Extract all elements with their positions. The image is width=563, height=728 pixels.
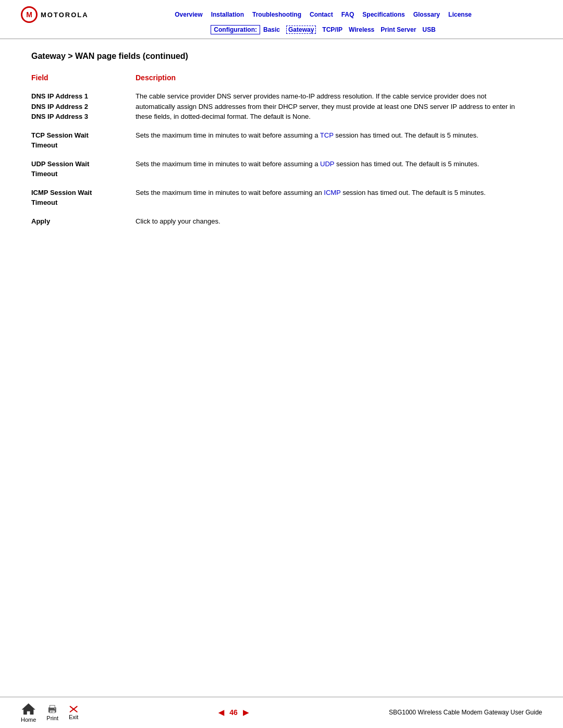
field-udp: UDP Session Wait Timeout	[31, 154, 136, 182]
logo-text: MOTOROLA	[41, 11, 89, 19]
exit-icon	[69, 705, 78, 713]
sub-nav: Configuration: Basic Gateway TCP/IP Wire…	[21, 25, 542, 34]
subnav-printserver[interactable]: Print Server	[381, 26, 416, 33]
table-row: ICMP Session Wait Timeout Sets the maxim…	[31, 182, 532, 211]
desc-dns: The cable service provider DNS server pr…	[136, 86, 532, 125]
subnav-tcpip[interactable]: TCP/IP	[322, 26, 342, 33]
svg-marker-0	[22, 704, 35, 714]
sub-nav-links: Basic Gateway TCP/IP Wireless Print Serv…	[263, 26, 436, 34]
prev-page-button[interactable]: ◀	[218, 708, 224, 717]
exit-button[interactable]: Exit	[69, 705, 78, 721]
nav-contact[interactable]: Contact	[310, 11, 333, 18]
motorola-icon: M	[21, 6, 38, 23]
field-table: Field Description DNS IP Address 1 DNS I…	[31, 71, 532, 229]
main-content: Gateway > WAN page fields (continued) Fi…	[0, 39, 563, 250]
print-label: Print	[46, 715, 58, 721]
nav-installation[interactable]: Installation	[211, 11, 244, 18]
subnav-usb[interactable]: USB	[422, 26, 435, 33]
subnav-gateway[interactable]: Gateway	[286, 26, 316, 34]
svg-rect-5	[51, 712, 53, 712]
desc-tcp: Sets the maximum time in minutes to wait…	[136, 125, 532, 154]
page-title: Gateway > WAN page fields (continued)	[31, 52, 532, 61]
page-number: 46	[229, 708, 238, 717]
nav-faq[interactable]: FAQ	[341, 11, 354, 18]
svg-rect-4	[51, 711, 54, 711]
field-icmp: ICMP Session Wait Timeout	[31, 182, 136, 211]
nav-glossary[interactable]: Glossary	[413, 11, 440, 18]
table-row: UDP Session Wait Timeout Sets the maximu…	[31, 154, 532, 182]
footer: Home Print Exit ◀ 46 ▶ SBG10	[0, 697, 563, 728]
desc-udp: Sets the maximum time in minutes to wait…	[136, 154, 532, 182]
nav-license[interactable]: License	[448, 11, 472, 18]
footer-guide-title: SBG1000 Wireless Cable Modem Gateway Use…	[389, 709, 542, 716]
logo-area: M MOTOROLA	[21, 6, 104, 23]
config-label: Configuration:	[211, 25, 260, 34]
icmp-link[interactable]: ICMP	[324, 189, 340, 196]
col-description-header: Description	[136, 71, 532, 86]
table-row: DNS IP Address 1 DNS IP Address 2 DNS IP…	[31, 86, 532, 125]
desc-apply: Click to apply your changes.	[136, 211, 532, 230]
field-tcp: TCP Session Wait Timeout	[31, 125, 136, 154]
motorola-logo: M MOTOROLA	[21, 6, 89, 23]
exit-label: Exit	[69, 714, 78, 720]
home-icon	[21, 702, 36, 715]
field-apply: Apply	[31, 211, 136, 230]
next-page-button[interactable]: ▶	[243, 708, 249, 717]
footer-icons: Home Print Exit	[21, 702, 78, 723]
desc-icmp: Sets the maximum time in minutes to wait…	[136, 182, 532, 211]
table-row: TCP Session Wait Timeout Sets the maximu…	[31, 125, 532, 154]
home-label: Home	[21, 717, 36, 723]
svg-rect-3	[50, 710, 55, 713]
udp-link[interactable]: UDP	[320, 160, 334, 168]
header: M MOTOROLA Overview Installation Trouble…	[0, 0, 563, 39]
nav-troubleshooting[interactable]: Troubleshooting	[252, 11, 301, 18]
svg-point-6	[55, 708, 56, 709]
print-button[interactable]: Print	[46, 704, 58, 721]
print-icon	[46, 704, 58, 714]
svg-rect-2	[50, 705, 55, 708]
tcp-link[interactable]: TCP	[320, 131, 334, 139]
subnav-basic[interactable]: Basic	[263, 26, 280, 33]
field-dns: DNS IP Address 1 DNS IP Address 2 DNS IP…	[31, 86, 136, 125]
footer-center: ◀ 46 ▶	[78, 708, 389, 717]
main-nav: Overview Installation Troubleshooting Co…	[104, 11, 542, 18]
table-row: Apply Click to apply your changes.	[31, 211, 532, 230]
home-button[interactable]: Home	[21, 702, 36, 723]
nav-specifications[interactable]: Specifications	[362, 11, 405, 18]
col-field-header: Field	[31, 71, 136, 86]
subnav-wireless[interactable]: Wireless	[349, 26, 374, 33]
nav-overview[interactable]: Overview	[175, 11, 202, 18]
